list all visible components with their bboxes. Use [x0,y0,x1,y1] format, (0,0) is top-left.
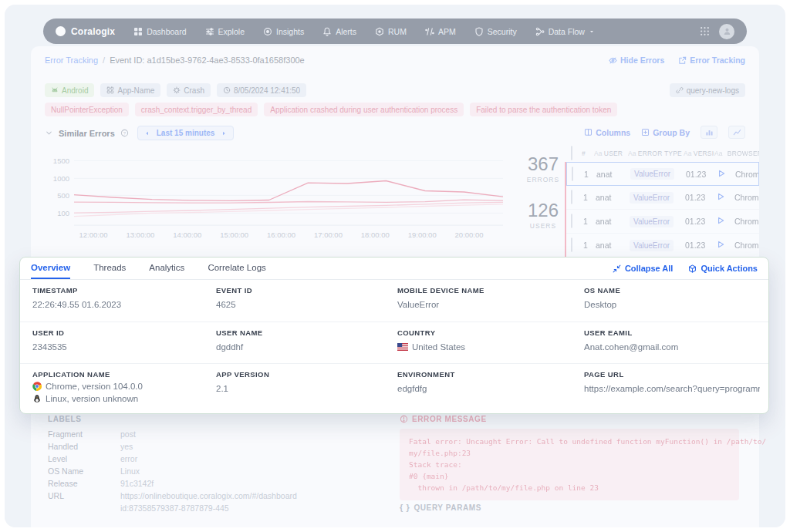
panel-tabs: OverviewThreadsAnalyticsCorrelate Logs [31,258,266,279]
us-flag-icon [397,343,408,351]
field-mobile-device-name: MOBILE DEVICE NAMEValueError [397,286,484,309]
field-row: USER ID2343535USER NAMEdgddhfCOUNTRYUnit… [20,322,768,363]
quick-actions-button[interactable]: Quick Actions [688,264,758,273]
overview-field-grid: TIMESTAMP22:26:49.55 01.6.2023EVENT ID46… [20,280,768,412]
field-application-name: APPLICATION NAMEChrome, version 104.0.0L… [32,370,143,403]
field-user-name: USER NAMEdgddhf [216,328,263,352]
app-frame: Coralogix DashboardExploleInsightsAlerts… [5,5,785,527]
cube-icon [688,264,697,273]
collapse-all-button[interactable]: Collapse All [613,264,674,273]
field-row: APPLICATION NAMEChrome, version 104.0.0L… [20,363,768,412]
tab-threads[interactable]: Threads [93,258,126,279]
panel-tabs-bar: OverviewThreadsAnalyticsCorrelate Logs C… [20,258,768,280]
field-timestamp: TIMESTAMP22:26:49.55 01.6.2023 [32,286,121,309]
field-user-id: USER ID2343535 [32,328,67,352]
field-event-id: EVENT ID4625 [216,286,252,309]
collapse-icon [613,264,621,273]
tab-overview[interactable]: Overview [31,258,70,279]
field-os-name: OS NAMEDesktop [584,286,620,309]
field-app-version: APP VERSION2.1 [216,370,269,393]
field-country: COUNTRYUnited States [397,328,465,352]
tab-correlate-logs[interactable]: Correlate Logs [208,258,265,279]
field-user-eamil: USER EAMILAnat.cohen@gmail.com [584,328,678,352]
chrome-icon [32,382,42,391]
panel-actions: Collapse AllQuick Actions [613,264,758,273]
field-page-url: PAGE URLhttps://example.com/search?query… [584,370,760,393]
tab-analytics[interactable]: Analytics [149,258,184,279]
linux-icon [32,394,42,403]
event-details-panel: OverviewThreadsAnalyticsCorrelate Logs C… [19,257,769,414]
field-environment: ENVIRONMENTedgfdfg [397,370,455,393]
field-row: TIMESTAMP22:26:49.55 01.6.2023EVENT ID46… [20,280,768,322]
